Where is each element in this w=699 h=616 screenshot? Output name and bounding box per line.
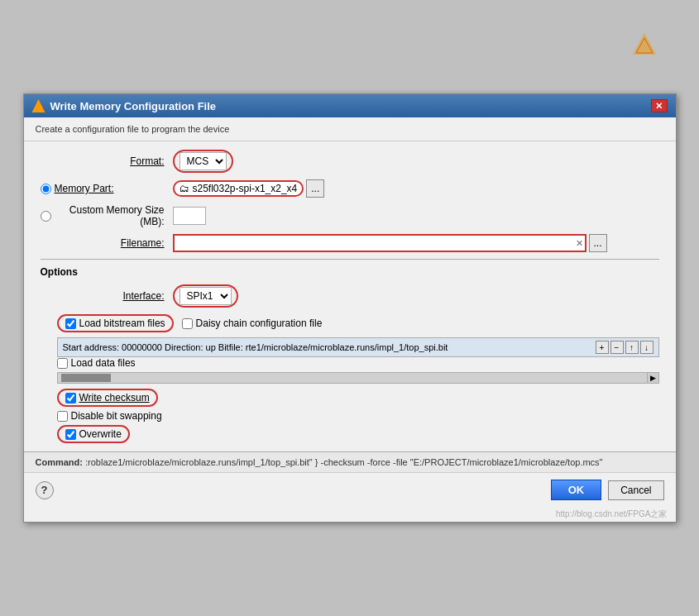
interface-label: Interface: [41, 290, 173, 302]
load-data-row: Load data files [41, 357, 659, 369]
load-data-label: Load data files [57, 357, 136, 369]
format-select[interactable]: MCS BIN HEX [180, 152, 227, 170]
watermark: http://blog.csdn.net/FPGA之家 [24, 507, 676, 522]
custom-memory-radio[interactable] [41, 211, 51, 222]
filename-input[interactable]: E:/PROJECT/microblaze1/microblaze/top.mc… [173, 234, 586, 252]
disable-bit-swapping-label: Disable bit swapping [57, 410, 659, 422]
memory-part-label: Memory Part: [41, 183, 173, 194]
options-checkboxes: Write checksum Disable bit swapping Over… [41, 389, 659, 443]
table-header-text: Start address: 00000000 Direction: up Bi… [63, 342, 589, 352]
subtitle-bar: Create a configuration file to program t… [24, 117, 676, 141]
daisy-chain-label: Daisy chain configuration file [182, 318, 323, 329]
move-up-button[interactable]: ↑ [625, 341, 639, 354]
add-row-button[interactable]: + [596, 341, 609, 354]
command-label: Command: [36, 457, 83, 467]
filename-input-wrap: E:/PROJECT/microblaze1/microblaze/top.mc… [173, 234, 586, 252]
filename-label: Filename: [41, 237, 173, 249]
command-bar: Command: :roblaze1/microblaze/microblaze… [24, 451, 676, 472]
overwrite-checkbox[interactable] [65, 429, 76, 440]
write-checksum-checkbox[interactable] [65, 393, 76, 404]
format-row: Format: MCS BIN HEX [41, 150, 659, 173]
scroll-right[interactable]: ▶ [647, 373, 658, 383]
interface-row: Interface: SPIx1 SPIx2 SPIx4 [41, 284, 659, 308]
write-checksum-label: Write checksum [79, 392, 150, 404]
options-title: Options [41, 266, 659, 278]
format-group: MCS BIN HEX [173, 150, 233, 173]
custom-memory-input[interactable]: 4 [173, 207, 206, 225]
table-toolbar: + − ↑ ↓ [596, 341, 654, 354]
scrollbar-thumb[interactable] [61, 374, 111, 382]
dialog: Write Memory Configuration File ✕ Create… [23, 93, 677, 523]
custom-memory-row: Custom Memory Size (MB): 4 [41, 204, 659, 227]
svg-marker-0 [633, 33, 656, 55]
command-text: :roblaze1/microblaze/microblaze.runs/imp… [85, 457, 603, 467]
load-bitstream-row: Load bitstream files Daisy chain configu… [41, 314, 659, 332]
filename-row: Filename: E:/PROJECT/microblaze1/microbl… [41, 234, 659, 252]
overwrite-label: Overwrite [79, 428, 122, 440]
daisy-chain-checkbox[interactable] [182, 318, 193, 329]
filename-clear-icon[interactable]: ✕ [576, 238, 583, 249]
memory-part-value: s25fl032p-spi-x1_x2_x4 [193, 183, 298, 194]
custom-memory-label: Custom Memory Size (MB): [41, 204, 173, 227]
interface-select[interactable]: SPIx1 SPIx2 SPIx4 [180, 287, 232, 305]
format-label: Format: [41, 155, 173, 167]
titlebar: Write Memory Configuration File ✕ [24, 94, 676, 117]
ok-button[interactable]: OK [551, 480, 602, 500]
scrollbar[interactable]: ▶ [57, 372, 659, 384]
load-bitstream-checkbox[interactable] [65, 318, 76, 329]
title-icon [32, 99, 45, 112]
memory-part-row: Memory Part: 🗂 s25fl032p-spi-x1_x2_x4 ..… [41, 179, 659, 198]
vivado-logo [631, 31, 658, 60]
memory-part-browse[interactable]: ... [306, 179, 324, 198]
load-data-checkbox[interactable] [57, 358, 68, 369]
remove-row-button[interactable]: − [610, 341, 624, 354]
move-down-button[interactable]: ↓ [640, 341, 654, 354]
memory-part-radio[interactable] [41, 184, 51, 194]
filename-browse[interactable]: ... [589, 234, 607, 252]
subtitle-text: Create a configuration file to program t… [36, 124, 230, 134]
load-bitstream-label: Load bitstream files [79, 318, 165, 329]
options-section: Options Interface: SPIx1 SPIx2 SPIx4 [41, 259, 659, 443]
dialog-title: Write Memory Configuration File [50, 100, 217, 112]
disable-bit-swapping-checkbox[interactable] [57, 411, 68, 422]
cancel-button[interactable]: Cancel [608, 480, 663, 500]
table-header: Start address: 00000000 Direction: up Bi… [57, 337, 659, 357]
close-button[interactable]: ✕ [651, 99, 668, 112]
button-bar: ? OK Cancel [24, 472, 676, 507]
help-button[interactable]: ? [36, 481, 54, 499]
